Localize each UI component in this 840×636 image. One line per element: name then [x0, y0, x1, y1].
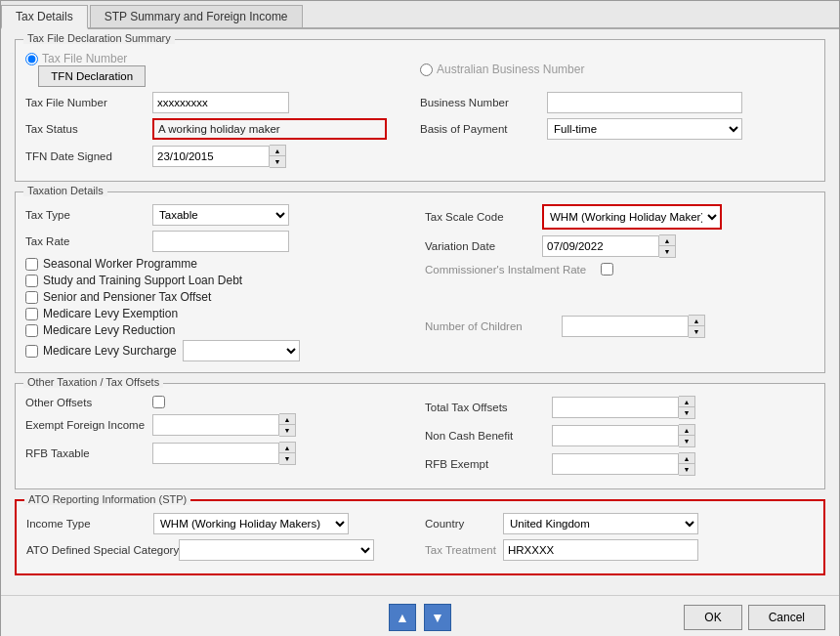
rfb-taxable-spinbox: ▲ ▼: [152, 442, 296, 465]
variation-date-spinbox: ▲ ▼: [542, 234, 676, 258]
basis-of-payment-label: Basis of Payment: [420, 123, 547, 135]
variation-date-input[interactable]: [542, 235, 659, 257]
exempt-foreign-up-btn[interactable]: ▲: [279, 414, 295, 425]
rfb-exempt-down-btn[interactable]: ▼: [679, 464, 694, 475]
medicare-exemption-checkbox[interactable]: [25, 308, 38, 320]
seasonal-worker-label: Seasonal Worker Programme: [43, 257, 197, 271]
tab-tax-details[interactable]: Tax Details: [1, 5, 88, 29]
rfb-taxable-label: RFB Taxable: [25, 447, 152, 459]
tfn-number-input[interactable]: [152, 92, 289, 113]
non-cash-benefit-label: Non Cash Benefit: [425, 430, 552, 442]
tax-status-value: A working holiday maker: [152, 118, 387, 140]
content-area: Tax File Declaration Summary Tax File Nu…: [1, 29, 839, 595]
medicare-surcharge-row: Medicare Levy Surcharge: [25, 340, 415, 361]
tax-treatment-input[interactable]: [503, 539, 698, 561]
nav-up-button[interactable]: ▲: [389, 604, 416, 631]
nav-up-icon: ▲: [396, 610, 409, 625]
exempt-foreign-spinbox: ▲ ▼: [152, 413, 296, 437]
tab-stp-summary[interactable]: STP Summary and Foreign Income: [90, 5, 303, 27]
senior-pensioner-label: Senior and Pensioner Tax Offset: [43, 290, 211, 304]
tfn-date-label: TFN Date Signed: [25, 150, 152, 162]
exempt-foreign-input[interactable]: [152, 414, 279, 436]
num-children-label: Number of Children: [425, 320, 562, 332]
tax-type-row: Tax Type Taxable Tax Free: [25, 204, 415, 226]
total-tax-offsets-input[interactable]: [552, 397, 679, 418]
commissioner-checkbox[interactable]: [601, 263, 613, 276]
taxation-details-group: Taxation Details Tax Type Taxable Tax Fr…: [15, 191, 825, 373]
other-offsets-label: Other Offsets: [25, 397, 152, 408]
tfn-date-input[interactable]: [152, 146, 270, 167]
medicare-reduction-checkbox[interactable]: [25, 324, 38, 337]
ato-category-row: ATO Defined Special Category: [26, 539, 415, 561]
rfb-taxable-row: RFB Taxable ▲ ▼: [25, 442, 415, 465]
non-cash-down-btn[interactable]: ▼: [679, 436, 694, 446]
medicare-surcharge-select[interactable]: [183, 340, 300, 361]
cancel-button[interactable]: Cancel: [748, 605, 825, 630]
rfb-exempt-input[interactable]: [552, 453, 679, 475]
seasonal-worker-checkbox[interactable]: [25, 258, 38, 271]
income-type-select[interactable]: WHM (Working Holiday Makers) SAW IAA: [153, 513, 349, 534]
rfb-taxable-input[interactable]: [152, 443, 279, 464]
ato-reporting-two-col: Income Type WHM (Working Holiday Makers)…: [26, 513, 814, 566]
rfb-exempt-row: RFB Exempt ▲ ▼: [425, 452, 815, 476]
ato-category-select[interactable]: [179, 539, 374, 561]
radio-abn[interactable]: [420, 64, 433, 76]
radio-abn-row: Australian Business Number: [420, 63, 805, 76]
rfb-taxable-up-btn[interactable]: ▲: [279, 443, 295, 453]
tax-rate-input[interactable]: [152, 231, 289, 252]
num-children-down-btn[interactable]: ▼: [689, 326, 704, 337]
exempt-foreign-down-btn[interactable]: ▼: [279, 425, 295, 436]
study-loan-checkbox[interactable]: [25, 275, 38, 287]
total-tax-up-btn[interactable]: ▲: [679, 397, 694, 407]
radio-row: Tax File Number TFN Declaration Australi…: [25, 52, 815, 87]
num-children-input[interactable]: [562, 316, 689, 337]
tax-type-select[interactable]: Taxable Tax Free: [152, 204, 289, 226]
income-type-row: Income Type WHM (Working Holiday Makers)…: [26, 513, 415, 534]
tax-scale-row: Tax Scale Code WHM (Working Holiday Make…: [425, 204, 815, 230]
tfn-date-up-btn[interactable]: ▲: [270, 146, 285, 156]
tfn-declaration-button[interactable]: TFN Declaration: [38, 65, 146, 87]
tfn-date-down-btn[interactable]: ▼: [270, 156, 285, 167]
tax-file-declaration-group: Tax File Declaration Summary Tax File Nu…: [15, 39, 825, 182]
tax-scale-select[interactable]: WHM (Working Holiday Maker) Scale 1 Scal…: [544, 206, 720, 228]
rfb-exempt-up-btn[interactable]: ▲: [679, 453, 694, 464]
total-tax-offsets-row: Total Tax Offsets ▲ ▼: [425, 396, 815, 419]
study-loan-label: Study and Training Support Loan Debt: [43, 274, 242, 287]
senior-pensioner-checkbox[interactable]: [25, 291, 38, 304]
rfb-exempt-spinbox: ▲ ▼: [552, 452, 695, 476]
business-number-input[interactable]: [547, 92, 742, 113]
other-offsets-row: Other Offsets: [25, 396, 415, 408]
total-tax-down-btn[interactable]: ▼: [679, 407, 694, 418]
tax-treatment-label: Tax Treatment: [425, 544, 503, 556]
medicare-reduction-label: Medicare Levy Reduction: [43, 323, 175, 337]
other-taxation-two-col: Other Offsets Exempt Foreign Income ▲ ▼: [25, 396, 815, 481]
radio-tfn-row: Tax File Number: [25, 52, 410, 65]
non-cash-benefit-input[interactable]: [552, 425, 679, 446]
ato-reporting-group: ATO Reporting Information (STP) Income T…: [15, 499, 825, 575]
country-select[interactable]: United Kingdom Australia New Zealand: [503, 513, 698, 534]
variation-date-up-btn[interactable]: ▲: [659, 235, 675, 246]
country-row: Country United Kingdom Australia New Zea…: [425, 513, 814, 534]
radio-tfn[interactable]: [25, 53, 38, 65]
num-children-up-btn[interactable]: ▲: [689, 316, 704, 326]
tax-treatment-row: Tax Treatment: [425, 539, 814, 561]
tfn-date-row: TFN Date Signed ▲ ▼: [25, 145, 815, 168]
basis-of-payment-select[interactable]: Full-time Part-time Casual: [547, 118, 742, 140]
study-loan-row: Study and Training Support Loan Debt: [25, 274, 415, 287]
footer-nav: ▲ ▼: [389, 604, 451, 631]
tax-status-row: Tax Status A working holiday maker Basis…: [25, 118, 815, 140]
income-type-label: Income Type: [26, 518, 153, 530]
other-offsets-checkbox[interactable]: [152, 396, 165, 408]
exempt-foreign-row: Exempt Foreign Income ▲ ▼: [25, 413, 415, 437]
ok-button[interactable]: OK: [684, 605, 741, 630]
nav-down-button[interactable]: ▼: [424, 604, 451, 631]
rfb-taxable-down-btn[interactable]: ▼: [279, 453, 295, 464]
tax-scale-label: Tax Scale Code: [425, 211, 542, 223]
non-cash-up-btn[interactable]: ▲: [679, 425, 694, 436]
variation-date-label: Variation Date: [425, 240, 542, 252]
medicare-surcharge-checkbox[interactable]: [25, 345, 38, 358]
business-number-label: Business Number: [420, 97, 547, 108]
tab-bar: Tax Details STP Summary and Foreign Inco…: [1, 1, 839, 29]
exempt-foreign-label: Exempt Foreign Income: [25, 419, 152, 431]
variation-date-down-btn[interactable]: ▼: [659, 246, 675, 257]
